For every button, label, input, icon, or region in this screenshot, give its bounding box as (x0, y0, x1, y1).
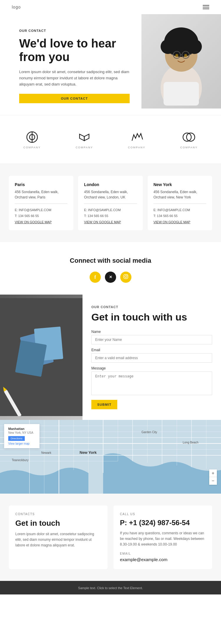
office-city-paris: Paris (15, 182, 67, 187)
svg-point-7 (175, 32, 188, 45)
svg-rect-10 (164, 82, 199, 106)
svg-point-23 (125, 275, 127, 277)
facebook-icon[interactable]: f (90, 272, 101, 283)
footer: Sample text. Click to select the Text El… (0, 581, 221, 594)
instagram-icon[interactable] (120, 272, 131, 283)
social-title: Connect with social media (6, 257, 215, 264)
svg-point-24 (127, 275, 128, 275)
menu-line-3 (203, 9, 209, 9)
menu-button[interactable] (203, 5, 209, 9)
call-card: CALL US P: +1 (324) 987-56-54 If you hav… (113, 505, 212, 569)
paris-phone-label: T: (15, 214, 17, 218)
name-label: Name (91, 330, 212, 334)
office-divider-newyork (154, 203, 206, 204)
contacts-card: CONTACTS Get in touch Lorem ipsum dolor … (9, 505, 108, 569)
office-detail-newyork: E: INFO@SAMPLE.COM T: 134 565 66 55 (154, 207, 206, 219)
message-field-group: Message (91, 366, 212, 396)
map-zoom-out[interactable]: − (209, 477, 217, 485)
svg-text:Teaneckbury: Teaneckbury (12, 459, 29, 462)
london-map-link[interactable]: VIEW ON GOOGLE MAP (84, 220, 137, 224)
social-section: Connect with social media f ✕ (0, 242, 221, 295)
contact-image (0, 295, 83, 420)
contact-form-section: OUR CONTACT Get in touch with us Name Em… (0, 295, 221, 420)
office-city-newyork: New York (154, 182, 206, 187)
instagram-symbol (123, 274, 128, 280)
hero-section: OUR CONTACT We'd love to hear from you L… (0, 14, 221, 115)
contact-form-label: OUR CONTACT (91, 305, 212, 309)
call-desc: If you have any questions, comments or i… (120, 530, 206, 548)
name-field-group: Name (91, 330, 212, 344)
message-input[interactable] (91, 372, 212, 395)
map-zoom-in[interactable]: + (209, 469, 217, 477)
map-overlay-card: Manhattan New York, NY USA Directions Vi… (4, 424, 39, 448)
menu-line-2 (203, 7, 209, 7)
logo-label-2: COMPANY (76, 146, 93, 149)
logo-label-3: COMPANY (128, 146, 145, 149)
submit-button[interactable]: SUBMIT (91, 400, 117, 409)
name-input[interactable] (91, 335, 212, 344)
office-address-newyork: 456 Sondanella, Eden walk, Orchard view,… (154, 189, 206, 200)
svg-rect-28 (15, 340, 47, 377)
map-location-title: Manhattan (8, 427, 35, 431)
contact-form-content: OUR CONTACT Get in touch with us Name Em… (83, 295, 221, 420)
london-phone: 134 565 66 55 (88, 214, 108, 218)
company-logo-3 (130, 130, 144, 144)
map-view-larger-link[interactable]: View larger map (8, 442, 35, 445)
paris-map-link[interactable]: VIEW ON GOOGLE MAP (15, 220, 67, 224)
office-detail-paris: E: INFO@SAMPLE.COM T: 134 565 66 55 (15, 207, 67, 219)
office-divider-paris (15, 203, 67, 204)
twitter-icon[interactable]: ✕ (105, 272, 116, 283)
office-card-newyork: New York 456 Sondanella, Eden walk, Orch… (148, 176, 212, 230)
company-logo-2 (77, 130, 91, 144)
svg-point-9 (184, 54, 187, 57)
logo-item-4: COMPANY (163, 127, 215, 152)
newyork-email: INFO@SAMPLE.COM (157, 208, 190, 212)
hero-image (141, 14, 221, 115)
newyork-map-link[interactable]: VIEW ON GOOGLE MAP (154, 220, 206, 224)
svg-point-21 (187, 133, 195, 141)
facebook-symbol: f (94, 275, 96, 280)
bottom-cards-section: CONTACTS Get in touch Lorem ipsum dolor … (0, 494, 221, 581)
svg-text:Garden City: Garden City (141, 431, 157, 434)
contacts-card-label: CONTACTS (15, 512, 101, 516)
london-email-label: E: (84, 208, 87, 212)
svg-text:Long Beach: Long Beach (183, 441, 198, 444)
office-city-london: London (84, 182, 137, 187)
call-card-label: CALL US (120, 512, 206, 516)
email-field-group: Email (91, 348, 212, 363)
email-label: Email (91, 348, 212, 352)
svg-point-20 (183, 133, 191, 141)
call-phone: P: +1 (324) 987-56-54 (120, 519, 206, 527)
office-address-paris: 456 Sondanella, Eden walk, Orchard view,… (15, 189, 67, 200)
svg-point-8 (175, 54, 178, 57)
office-card-paris: Paris 456 Sondanella, Eden walk, Orchard… (9, 176, 73, 230)
hero-title: We'd love to hear from you (19, 37, 130, 64)
company-logo-4 (182, 130, 196, 144)
map-zoom-controls: + − (209, 469, 217, 485)
footer-text: Sample text. Click to select the Text El… (78, 586, 143, 590)
hero-contact-button[interactable]: OUR CONTACT (19, 94, 130, 103)
london-email: INFO@SAMPLE.COM (88, 208, 121, 212)
hero-content: OUR CONTACT We'd love to hear from you L… (0, 14, 141, 115)
contact-image-placeholder (0, 295, 83, 420)
email-section-label: EMAIL (120, 552, 206, 555)
logos-section: COMPANY COMPANY COMPANY COMPANY (0, 115, 221, 164)
newyork-email-label: E: (154, 208, 156, 212)
logo-item-1: COMPANY (6, 127, 58, 152)
contacts-card-title: Get in touch (15, 519, 101, 528)
map-directions-button[interactable]: Directions (8, 436, 25, 441)
offices-grid: Paris 456 Sondanella, Eden walk, Orchard… (9, 176, 212, 230)
message-label: Message (91, 366, 212, 370)
logo-label-4: COMPANY (180, 146, 198, 149)
office-card-london: London 456 Sondanella, Eden walk, Orchar… (78, 176, 143, 230)
logo: logo (12, 5, 21, 9)
map-placeholder: New York Yonkers Garden City Long Beach … (0, 420, 221, 494)
logo-label-1: COMPANY (23, 146, 41, 149)
company-logo-1 (25, 130, 39, 144)
newyork-phone: 134 565 66 55 (157, 214, 177, 218)
email-value: example@example.com (120, 557, 206, 562)
menu-line-1 (203, 5, 209, 6)
contact-image-svg (0, 298, 83, 416)
email-input[interactable] (91, 353, 212, 363)
newyork-phone-label: T: (154, 214, 156, 218)
